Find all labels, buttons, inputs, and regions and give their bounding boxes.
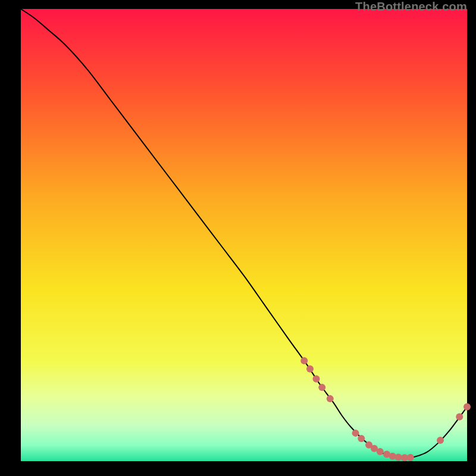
data-marker — [327, 395, 334, 402]
data-marker — [456, 414, 463, 421]
data-marker — [358, 435, 365, 442]
data-marker — [407, 454, 414, 461]
data-marker — [377, 448, 384, 455]
chart-stage: TheBottleneck.com — [0, 0, 476, 476]
bottleneck-curve — [21, 9, 467, 458]
data-marker — [395, 454, 402, 461]
data-marker — [306, 365, 314, 372]
curve-layer — [21, 9, 467, 461]
data-markers — [300, 357, 471, 461]
data-marker — [352, 430, 359, 437]
data-marker — [464, 403, 471, 411]
plot-area — [21, 9, 467, 461]
data-marker — [437, 437, 444, 444]
data-marker — [318, 384, 325, 391]
attribution-label: TheBottleneck.com — [355, 0, 467, 14]
data-marker — [300, 357, 308, 364]
data-marker — [313, 375, 320, 383]
